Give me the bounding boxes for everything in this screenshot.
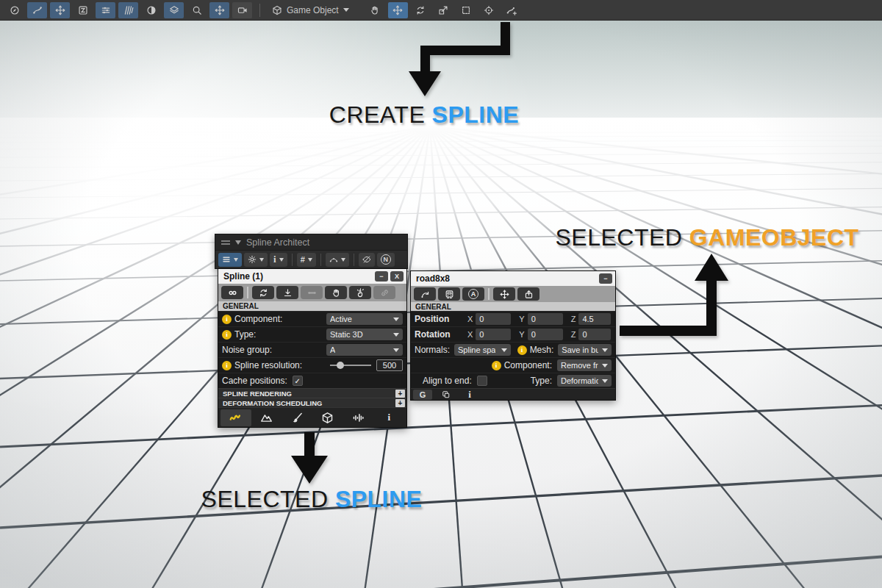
link-points-button[interactable] [301,286,323,299]
tab-paint[interactable] [282,409,312,426]
flatten-button[interactable] [276,286,298,299]
tab-mesh[interactable] [312,409,343,426]
normals-dropdown[interactable]: Spline spa [454,344,511,356]
toolbar-button-spline[interactable] [27,2,47,18]
component-dropdown[interactable]: Remove fr [557,359,612,371]
toolbar-button-settings-sliders[interactable] [96,2,115,18]
minimize-button[interactable]: − [599,273,612,284]
chain-button[interactable] [373,286,395,299]
bone-icon [307,288,317,298]
slider-handle[interactable] [337,362,344,369]
toolbar-button-prefab[interactable] [164,2,184,18]
type-dropdown[interactable]: Static 3D [326,329,403,340]
row-label: Component: [504,360,552,370]
row-label: Normals: [415,345,450,355]
spline-architect-titlebar[interactable]: Spline Architect [215,234,407,250]
move-button[interactable] [493,287,515,301]
rotation-y-field[interactable]: 0 [528,329,563,340]
spline-panel-titlebar[interactable]: Spline (1) − X [218,269,406,284]
spline-rendering-section[interactable]: SPLINE RENDERING + [218,388,406,398]
hand-icon [331,288,341,298]
squiggle-icon [229,412,242,424]
follow-curve-button[interactable] [414,287,436,301]
anchor-button[interactable]: A [462,287,484,301]
toolbar-button-noise[interactable] [118,2,138,18]
spline-architect-toolbar: i # N [215,250,407,268]
grab-button[interactable] [325,286,347,299]
normals-toggle-button[interactable]: N [377,253,395,267]
noise-group-dropdown[interactable]: A [326,344,403,356]
rotation-x-field[interactable]: 0 [476,329,511,340]
close-button[interactable]: X [390,271,404,282]
info-dropdown-button[interactable]: i [270,253,287,267]
toolbar-separator [354,254,354,266]
position-y-field[interactable]: 0 [528,313,563,325]
curve-dropdown-button[interactable] [326,253,349,267]
rotate-icon [415,5,426,15]
cache-positions-checkbox[interactable]: ✓ [293,376,303,386]
dropdown-value: Static 3D [330,330,363,339]
tool-button-hand[interactable] [365,2,385,18]
toolbar-button-transform[interactable] [209,2,229,18]
mesh-dropdown[interactable]: Save in bu [558,344,612,356]
tab-spline[interactable] [220,409,251,426]
gameobject-panel-titlebar[interactable]: road8x8 − [411,271,615,286]
position-x-field[interactable]: 0 [476,313,511,325]
tool-button-rotate[interactable] [411,2,431,18]
menu-dropdown-button[interactable] [218,253,242,267]
align-to-end-checkbox[interactable] [477,376,487,386]
chevron-down-icon [602,348,608,355]
create-spline-icon [506,5,517,15]
tab-gameobject[interactable]: G [413,390,432,400]
tab-terrain[interactable] [251,409,282,426]
info-icon: i [492,361,501,370]
tab-duplicate[interactable] [437,390,456,400]
tool-button-create-spline[interactable] [502,2,522,18]
tool-button-rect[interactable] [456,2,476,18]
add-button[interactable]: + [395,390,405,398]
deformation-scheduling-section[interactable]: DEFORMATION SCHEDULING + [218,398,406,407]
toolbar-button-move-points[interactable] [50,2,70,18]
collapse-caret-icon[interactable] [235,240,241,248]
tab-waveform[interactable] [343,409,374,426]
tool-button-scale[interactable] [434,2,453,18]
component-dropdown[interactable]: Active [326,313,403,325]
move-icon [500,290,509,299]
drag-point-button[interactable] [349,286,371,299]
toolbar-button-search[interactable] [187,2,207,18]
row-label: Position [415,314,467,324]
export-button[interactable] [517,287,539,301]
info-icon: i [468,389,471,401]
chevron-down-icon [279,258,284,264]
game-object-dropdown[interactable]: Game Object [268,1,354,19]
chevron-down-icon [393,318,399,324]
visibility-toggle-button[interactable] [359,253,375,267]
chevron-down-icon [259,258,264,264]
minimize-button[interactable]: − [375,271,388,282]
toolbar-button-shear[interactable] [73,2,93,18]
vehicle-button[interactable] [438,287,460,301]
tool-button-move[interactable] [388,2,408,18]
settings-dropdown-button[interactable] [244,253,268,267]
general-section-header: GENERAL [411,302,615,311]
resolution-value[interactable]: 500 [376,359,403,371]
refresh-button[interactable] [252,286,274,299]
grid-dropdown-button[interactable]: # [297,253,316,267]
loop-button[interactable] [221,286,243,299]
rotation-z-field[interactable]: 0 [578,329,611,340]
toolbar-button-camera[interactable] [232,2,252,18]
position-z-field[interactable]: 4.5 [578,313,611,325]
add-button[interactable]: + [395,399,405,407]
tool-button-gizmo[interactable] [479,2,499,18]
type-dropdown[interactable]: Deformatio [557,375,612,387]
tab-info[interactable]: i [373,409,404,426]
toolbar-button-compass[interactable] [4,2,24,18]
chevron-down-icon [602,379,608,386]
toolbar-button-sphere[interactable] [141,2,161,18]
tab-info[interactable]: i [460,390,479,400]
game-object-label: Game Object [287,5,339,15]
annotation-selected-gameobject: SELECTED GAMEOBJECT [555,224,858,251]
resolution-slider[interactable] [330,365,371,366]
drag-handle-icon[interactable] [221,240,230,245]
row-label: Align to end: [423,376,472,386]
